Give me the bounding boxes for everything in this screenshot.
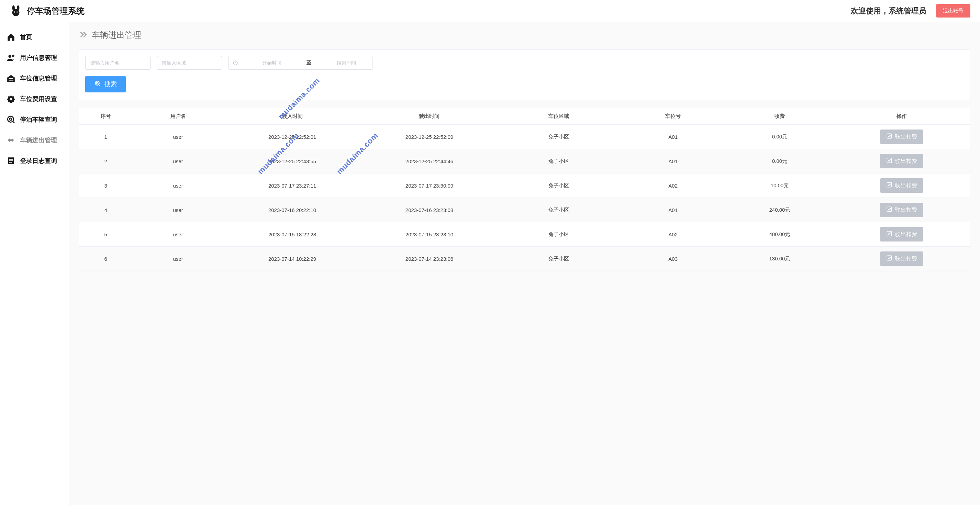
svg-point-6 [12, 55, 14, 57]
table-header: 收费 [726, 108, 833, 125]
cell-out-time: 2023-12-25 22:44:46 [361, 149, 498, 173]
svg-point-3 [14, 11, 15, 13]
garage-icon [6, 73, 16, 83]
table-header: 车位号 [620, 108, 726, 125]
checkout-label: 驶出扣费 [895, 255, 917, 262]
cell-user: user [132, 222, 224, 247]
user-icon [6, 53, 16, 62]
table-header: 驶出时间 [361, 108, 498, 125]
sidebar-item-5[interactable]: 车辆进出管理 [0, 130, 69, 151]
cell-out-time: 2023-07-17 23:30:09 [361, 173, 498, 198]
cell-fee: 10.00元 [726, 173, 833, 198]
sidebar-item-6[interactable]: 登录日志查询 [0, 151, 69, 171]
check-icon [886, 206, 892, 214]
cell-op: 驶出扣费 [833, 173, 970, 198]
home-icon [6, 32, 16, 42]
check-icon [886, 182, 892, 189]
fee-icon [6, 94, 16, 104]
table-header: 用户名 [132, 108, 224, 125]
cell-area: 兔子小区 [498, 247, 620, 271]
logout-button[interactable]: 退出账号 [936, 4, 970, 17]
sidebar-item-1[interactable]: 用户信息管理 [0, 48, 69, 68]
table-header: 驶入时间 [224, 108, 361, 125]
table-card: 序号用户名驶入时间驶出时间车位区域车位号收费操作 1user2023-12-25… [79, 108, 970, 272]
cell-fee: 480.00元 [726, 222, 833, 247]
username-input[interactable] [85, 56, 151, 70]
check-icon [886, 157, 892, 165]
cell-op: 驶出扣费 [833, 125, 970, 149]
checkout-button[interactable]: 驶出扣费 [880, 178, 923, 193]
area-input[interactable] [157, 56, 222, 70]
start-date-input[interactable] [242, 60, 302, 66]
svg-rect-8 [9, 80, 13, 80]
cell-area: 兔子小区 [498, 149, 620, 173]
table-row: 3user2023-07-17 23:27:112023-07-17 23:30… [79, 173, 970, 198]
cell-idx: 4 [79, 198, 132, 222]
svg-point-18 [97, 82, 98, 84]
svg-point-17 [95, 81, 99, 85]
cell-slot: A01 [620, 149, 726, 173]
header: 停车场管理系统 欢迎使用，系统管理员 退出账号 [0, 0, 980, 22]
date-range-picker[interactable]: 至 [228, 56, 372, 70]
cell-out-time: 2023-07-15 23:23:10 [361, 222, 498, 247]
svg-point-2 [17, 5, 19, 10]
checkout-button[interactable]: 驶出扣费 [880, 227, 923, 241]
checkout-button[interactable]: 驶出扣费 [880, 251, 923, 266]
checkout-button[interactable]: 驶出扣费 [880, 203, 923, 217]
table-row: 6user2023-07-14 10:22:292023-07-14 23:23… [79, 247, 970, 271]
cell-idx: 1 [79, 125, 132, 149]
table-row: 5user2023-07-15 18:22:282023-07-15 23:23… [79, 222, 970, 247]
rabbit-logo-icon [10, 5, 22, 17]
sidebar-item-0[interactable]: 首页 [0, 27, 69, 48]
cell-out-time: 2023-07-14 23:23:06 [361, 247, 498, 271]
end-date-input[interactable] [316, 60, 376, 66]
cell-slot: A01 [620, 198, 726, 222]
svg-point-10 [8, 116, 13, 122]
svg-point-5 [8, 55, 11, 58]
header-left: 停车场管理系统 [10, 5, 84, 17]
svg-rect-7 [9, 78, 13, 79]
cell-idx: 2 [79, 149, 132, 173]
cell-user: user [132, 125, 224, 149]
svg-point-9 [10, 98, 13, 101]
cell-in-time: 2023-07-17 23:27:11 [224, 173, 361, 198]
checkout-button[interactable]: 驶出扣费 [880, 154, 923, 168]
search-car-icon [6, 115, 16, 124]
search-button-label: 搜索 [105, 80, 117, 88]
check-icon [886, 133, 892, 140]
sidebar-item-3[interactable]: 车位费用设置 [0, 89, 69, 109]
checkout-label: 驶出扣费 [895, 158, 917, 165]
cell-area: 兔子小区 [498, 198, 620, 222]
cell-user: user [132, 198, 224, 222]
table-header: 序号 [79, 108, 132, 125]
records-table: 序号用户名驶入时间驶出时间车位区域车位号收费操作 1user2023-12-25… [79, 108, 970, 271]
sidebar-item-label: 车位信息管理 [20, 74, 57, 83]
svg-point-11 [10, 118, 12, 121]
checkout-label: 驶出扣费 [895, 206, 917, 214]
search-button[interactable]: 搜索 [85, 76, 126, 92]
svg-rect-15 [9, 162, 12, 162]
table-header: 操作 [833, 108, 970, 125]
svg-rect-14 [9, 160, 13, 161]
sidebar-item-label: 车位费用设置 [20, 95, 57, 103]
checkout-button[interactable]: 驶出扣费 [880, 130, 923, 144]
sidebar-item-label: 首页 [20, 33, 32, 41]
cell-slot: A02 [620, 173, 726, 198]
cell-fee: 240.00元 [726, 198, 833, 222]
cell-area: 兔子小区 [498, 173, 620, 198]
table-row: 4user2023-07-16 20:22:102023-07-16 23:23… [79, 198, 970, 222]
sidebar-item-4[interactable]: 停泊车辆查询 [0, 109, 69, 130]
page-title: 车辆进出管理 [92, 30, 141, 41]
chevrons-right-icon [79, 30, 88, 40]
main-content: 车辆进出管理 至 搜索 [69, 22, 980, 505]
cell-user: user [132, 149, 224, 173]
cell-op: 驶出扣费 [833, 247, 970, 271]
header-right: 欢迎使用，系统管理员 退出账号 [851, 4, 970, 17]
cell-in-time: 2023-07-14 10:22:29 [224, 247, 361, 271]
cell-op: 驶出扣费 [833, 149, 970, 173]
cell-area: 兔子小区 [498, 222, 620, 247]
table-row: 1user2023-12-25 22:52:012023-12-25 22:52… [79, 125, 970, 149]
sidebar-item-2[interactable]: 车位信息管理 [0, 68, 69, 89]
checkout-label: 驶出扣费 [895, 133, 917, 140]
cell-in-time: 2023-07-15 18:22:28 [224, 222, 361, 247]
